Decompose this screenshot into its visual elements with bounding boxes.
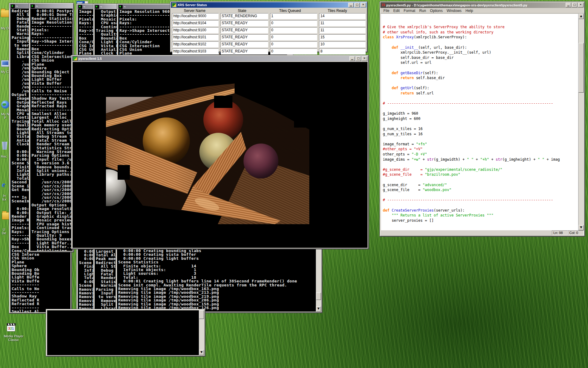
render-preview-image: [106, 73, 330, 224]
terminal-scrollbar[interactable]: ▼: [199, 310, 204, 355]
scroll-down-arrow[interactable]: ▼: [199, 350, 204, 355]
table-cell[interactable]: http://localhost:9104: [172, 20, 219, 26]
xrs-app-icon: [172, 3, 176, 7]
table-row: http://localhost:9101STATE_READY015: [171, 34, 367, 40]
table-cell[interactable]: 0: [270, 27, 318, 33]
scroll-up-arrow[interactable]: ▲: [579, 14, 584, 19]
table-cell[interactable]: 1: [270, 13, 318, 19]
cygwin-terminal-icon: [11, 4, 15, 8]
table-row: http://localhost:9000STATE_RENDERING114: [171, 13, 367, 19]
table-cell[interactable]: 8: [319, 48, 366, 55]
menu-item-windows[interactable]: Windows: [445, 8, 463, 13]
table-cell[interactable]: 0: [270, 34, 318, 40]
minimize-button[interactable]: ▁: [348, 3, 354, 7]
idle-editor-window[interactable]: Tk pyxrsclient5.py - D:\cygwin\home\them…: [380, 2, 585, 236]
column-header: State: [219, 9, 265, 13]
table-cell[interactable]: 11: [319, 20, 366, 26]
cygwin-terminal-icon: [95, 5, 99, 9]
close-button[interactable]: ✕: [362, 56, 367, 61]
pyxrsclient-titlebar[interactable]: pyxrsclient 1.5 ▁ □ ✕: [72, 56, 368, 61]
idle-titlebar[interactable]: Tk pyxrsclient5.py - D:\cygwin\home\them…: [380, 2, 584, 8]
render-canvas[interactable]: [73, 62, 368, 248]
desktop-icon-media-player-classic[interactable]: 321: [7, 324, 28, 332]
table-cell[interactable]: 11: [319, 27, 366, 33]
terminal-title: ~: [16, 4, 18, 8]
table-cell[interactable]: 0: [270, 41, 318, 48]
table-row: http://localhost:9100STATE_READY011: [171, 27, 367, 33]
table-cell[interactable]: http://localhost:9100: [172, 27, 219, 33]
menu-item-options[interactable]: Options: [428, 8, 444, 13]
column-header: Server Name: [172, 9, 217, 13]
table-cell[interactable]: 14: [319, 13, 366, 19]
table-cell[interactable]: http://localhost:9101: [172, 34, 219, 40]
terminal-titlebar[interactable]: ~: [30, 4, 73, 9]
terminal-window-2[interactable]: ~ 0:00:01 Postpro 0:00:01 Done Tr Render…: [29, 3, 74, 252]
desktop-icon-label[interactable]: In Ex: [2, 194, 6, 201]
desktop-icon-label[interactable]: Media Player Classic: [0, 334, 30, 342]
minimize-button[interactable]: ▁: [566, 3, 571, 7]
table-cell[interactable]: http://localhost:9103: [172, 48, 219, 55]
maximize-button[interactable]: □: [354, 3, 360, 7]
desktop-icon-label[interactable]: U De: [2, 228, 6, 235]
recycle-bin-icon: [1, 142, 8, 150]
computer-icon: [1, 60, 9, 67]
code-editor[interactable]: # Give the xmlrpclib's ServerProxy the a…: [381, 14, 584, 230]
table-cell[interactable]: STATE_RENDERING: [221, 13, 268, 19]
xrs-table-header: Server NameStateTiles QueuedTiles Ready: [171, 8, 367, 13]
table-cell[interactable]: 15: [319, 34, 366, 40]
minimize-button[interactable]: ▁: [349, 56, 355, 61]
close-button[interactable]: ✕: [578, 3, 583, 7]
editor-scrollbar[interactable]: ▲ ▼: [578, 14, 584, 230]
menu-item-file[interactable]: File: [382, 8, 391, 13]
table-cell[interactable]: 0: [270, 20, 318, 26]
column-header: Tiles Ready: [315, 9, 360, 13]
desktop-icon-label[interactable]: Rec: [1, 155, 7, 158]
menu-item-format[interactable]: Format: [402, 8, 417, 13]
scroll-down-arrow[interactable]: ▼: [316, 306, 321, 312]
desktop-icon-label[interactable]: My D: [1, 26, 9, 30]
mpc-digit: 1: [12, 327, 14, 330]
table-cell[interactable]: STATE_READY: [221, 48, 268, 55]
table-cell[interactable]: STATE_READY: [221, 20, 268, 26]
console-window-empty[interactable]: ▼: [46, 309, 205, 356]
table-cell[interactable]: 10: [319, 41, 366, 48]
scroll-down-arrow[interactable]: ▼: [579, 225, 584, 230]
table-cell[interactable]: http://localhost:9102: [172, 41, 219, 48]
window-title: pyxrsclient 1.5: [78, 57, 102, 60]
pyxrsclient-window[interactable]: pyxrsclient 1.5 ▁ □ ✕: [71, 55, 369, 249]
menu-item-edit[interactable]: Edit: [391, 8, 401, 13]
terminal-title: ~: [100, 5, 102, 9]
globe-icon: [1, 101, 9, 109]
scrollbar-thumb[interactable]: [579, 43, 584, 93]
terminal-screen[interactable]: 0:00:00 Creating bounding slabs 0:00:00 …: [117, 248, 316, 312]
terminal-screen[interactable]: 0:00:01 Postpro 0:00:01 Done Tr Render S…: [30, 9, 73, 251]
terminal-screen[interactable]: [47, 310, 199, 355]
status-line-indicator: Ln: 98: [552, 230, 568, 235]
desktop-icon-label[interactable]: My N P: [1, 112, 9, 120]
table-cell[interactable]: http://localhost:9000: [172, 13, 219, 19]
scrollbar-thumb[interactable]: [199, 310, 204, 319]
table-cell[interactable]: STATE_READY: [221, 34, 268, 40]
desktop: { "desktop": { "icons": { "my_documents"…: [0, 0, 588, 368]
scrollbar-thumb[interactable]: [316, 293, 321, 300]
menu-item-help[interactable]: Help: [464, 8, 475, 13]
table-cell[interactable]: STATE_READY: [221, 41, 268, 48]
table-cell[interactable]: STATE_READY: [221, 27, 268, 33]
code-text[interactable]: # Give the xmlrpclib's ServerProxy the a…: [383, 14, 578, 223]
close-button[interactable]: ✕: [360, 3, 366, 7]
pyxrsclient-app-icon: [73, 56, 77, 61]
terminal-title: ~: [36, 4, 38, 8]
terminal-scrollbar[interactable]: ▼: [316, 248, 321, 312]
terminal-window-tiles[interactable]: ~ 0:00:00 Creating bounding slabs 0:00:0…: [116, 243, 322, 313]
menu-item-run[interactable]: Run: [417, 8, 428, 13]
table-cell[interactable]: 0: [270, 48, 318, 55]
window-title: pyxrsclient5.py - D:\cygwin\home\themaxx…: [386, 3, 527, 7]
status-col-indicator: Col: 0: [568, 230, 584, 235]
terminal-titlebar[interactable]: ~: [94, 4, 118, 9]
media-player-classic-icon: 321: [7, 324, 15, 332]
desktop-icon-label[interactable]: My C: [1, 70, 9, 74]
xrs-titlebar[interactable]: XRS Server Status ▁ □ ✕: [171, 2, 367, 8]
xrs-status-window[interactable]: XRS Server Status ▁ □ ✕ Server NameState…: [170, 2, 368, 52]
maximize-button[interactable]: □: [356, 56, 361, 61]
maximize-button[interactable]: □: [572, 3, 577, 7]
